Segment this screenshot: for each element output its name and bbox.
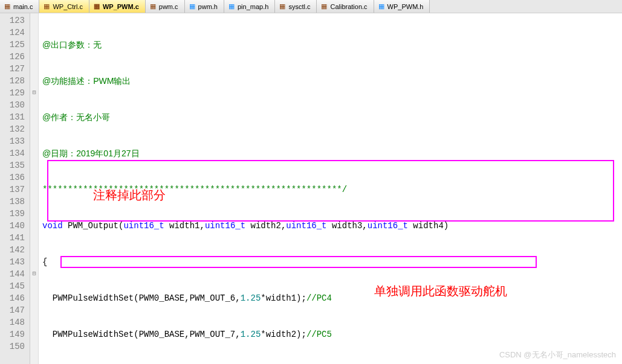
line-number: 129 — [2, 87, 25, 99]
tab-wp-ctrl-c[interactable]: ▦WP_Ctrl.c — [39, 0, 89, 13]
fold-marker — [30, 111, 38, 123]
tab-pwm-c[interactable]: ▦pwm.c — [146, 0, 185, 13]
line-number: 128 — [2, 75, 25, 87]
code-line: @作者：无名小哥 — [42, 111, 622, 123]
line-number: 139 — [2, 208, 25, 220]
line-number: 144 — [2, 268, 25, 280]
tab-pwm-h[interactable]: ▦pwm.h — [185, 0, 224, 13]
fold-marker — [30, 244, 38, 256]
tab-calibration-c[interactable]: ▦Calibration.c — [317, 0, 374, 13]
tab-label: WP_PWM.h — [387, 3, 424, 10]
code-line: { — [42, 256, 622, 268]
c-file-icon: ▦ — [93, 3, 100, 10]
fold-marker — [30, 208, 38, 220]
fold-gutter: ⊟ ⊟ — [30, 13, 39, 364]
fold-marker — [30, 135, 38, 147]
line-number: 124 — [2, 27, 25, 39]
line-number: 146 — [2, 292, 25, 304]
line-number: 140 — [2, 220, 25, 232]
watermark: CSDN @无名小哥_namelesstech — [499, 350, 616, 360]
tab-label: WP_PWM.c — [103, 3, 139, 10]
fold-marker — [30, 123, 38, 135]
tab-pin-map-h[interactable]: ▦pin_map.h — [224, 0, 275, 13]
fold-marker — [30, 14, 38, 27]
tab-wp-pwm-c[interactable]: ▦WP_PWM.c — [89, 0, 146, 13]
h-file-icon: ▦ — [378, 3, 385, 10]
line-number: 136 — [2, 171, 25, 184]
fold-toggle[interactable]: ⊟ — [30, 268, 38, 280]
fold-marker — [30, 27, 38, 39]
fold-marker — [30, 51, 38, 63]
tab-sysctl-c[interactable]: ▦sysctl.c — [275, 0, 317, 13]
h-file-icon: ▦ — [228, 3, 235, 10]
code-line: PWMPulseWidthSet(PWM0_BASE,PWM_OUT_7,1.2… — [42, 328, 622, 340]
fold-marker — [30, 340, 38, 353]
fold-marker — [30, 292, 38, 304]
fold-marker — [30, 147, 38, 159]
fold-marker — [30, 232, 38, 244]
fold-marker — [30, 171, 38, 184]
code-line: ****************************************… — [42, 184, 622, 196]
line-number-gutter: 123 124 125 126 127 128 129 130 131 132 … — [0, 13, 30, 364]
tab-label: pwm.c — [159, 3, 178, 10]
c-file-icon: ▦ — [279, 3, 286, 10]
line-number: 134 — [2, 147, 25, 159]
fold-toggle[interactable]: ⊟ — [30, 87, 38, 99]
c-file-icon: ▦ — [43, 3, 50, 10]
line-number: 142 — [2, 244, 25, 256]
line-number: 150 — [2, 340, 25, 353]
tab-wp-pwm-h[interactable]: ▦WP_PWM.h — [374, 0, 430, 13]
line-number: 133 — [2, 135, 25, 147]
line-number: 137 — [2, 184, 25, 196]
line-number: 125 — [2, 39, 25, 51]
code-area[interactable]: @出口参数：无 @功能描述：PWM输出 @作者：无名小哥 @日期：2019年01… — [39, 13, 622, 364]
fold-marker — [30, 196, 38, 208]
line-number: 127 — [2, 63, 25, 75]
fold-marker — [30, 220, 38, 232]
tab-bar: ▦main.c ▦WP_Ctrl.c ▦WP_PWM.c ▦pwm.c ▦pwm… — [0, 0, 622, 13]
tab-label: pwm.h — [198, 3, 218, 10]
tab-main-c[interactable]: ▦main.c — [0, 0, 39, 13]
line-number: 149 — [2, 328, 25, 340]
line-number: 145 — [2, 280, 25, 292]
tab-label: WP_Ctrl.c — [53, 3, 83, 10]
line-number: 131 — [2, 111, 25, 123]
fold-marker — [30, 75, 38, 87]
code-line: @出口参数：无 — [42, 39, 622, 51]
tab-label: main.c — [13, 3, 33, 10]
c-file-icon: ▦ — [320, 3, 328, 10]
line-number: 143 — [2, 256, 25, 268]
line-number: 135 — [2, 159, 25, 171]
fold-marker — [30, 99, 38, 111]
c-file-icon: ▦ — [4, 3, 11, 10]
c-file-icon: ▦ — [149, 3, 157, 10]
code-line: void PWM_Output(uint16_t width1,uint16_t… — [42, 220, 622, 232]
fold-marker — [30, 184, 38, 196]
editor: 123 124 125 126 127 128 129 130 131 132 … — [0, 13, 622, 364]
line-number: 141 — [2, 232, 25, 244]
line-number: 148 — [2, 316, 25, 328]
line-number: 126 — [2, 51, 25, 63]
line-number: 123 — [2, 14, 25, 27]
line-number: 147 — [2, 304, 25, 316]
fold-marker — [30, 328, 38, 340]
line-number: 138 — [2, 196, 25, 208]
h-file-icon: ▦ — [189, 3, 196, 10]
fold-marker — [30, 316, 38, 328]
line-number: 130 — [2, 99, 25, 111]
tab-label: Calibration.c — [330, 3, 367, 10]
line-number: 132 — [2, 123, 25, 135]
fold-marker — [30, 63, 38, 75]
code-line: @功能描述：PWM输出 — [42, 75, 622, 87]
code-line: @日期：2019年01月27日 — [42, 147, 622, 159]
tab-label: pin_map.h — [238, 3, 268, 10]
fold-marker — [30, 304, 38, 316]
code-line: PWMPulseWidthSet(PWM0_BASE,PWM_OUT_6,1.2… — [42, 292, 622, 304]
fold-marker — [30, 280, 38, 292]
fold-marker — [30, 39, 38, 51]
tab-label: sysctl.c — [288, 3, 310, 10]
fold-marker — [30, 159, 38, 171]
fold-marker — [30, 256, 38, 268]
